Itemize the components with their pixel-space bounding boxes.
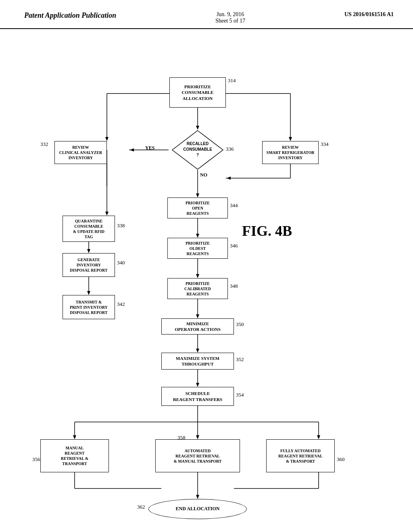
svg-marker-11 [227,177,231,180]
page-header: Patent Application Publication Jun. 9, 2… [0,0,413,29]
node-346: PRIORITIZE OLDEST REAGENTS [167,238,228,259]
svg-marker-17 [196,193,199,197]
svg-marker-29 [87,249,90,253]
ref-358: 358 [177,434,186,441]
ref-356: 356 [32,456,40,463]
svg-marker-5 [105,137,108,141]
svg-marker-21 [196,274,199,278]
header-center: Jun. 9, 2016 Sheet 5 of 17 [215,11,245,24]
svg-marker-25 [196,349,199,353]
ref-340: 340 [117,260,125,266]
svg-marker-1 [196,126,199,130]
svg-text:?: ? [196,153,199,157]
node-338: QUARANTINE CONSUMABLE & UPDATE RFID TAG [63,216,115,242]
ref-350: 350 [236,321,244,328]
ref-348: 348 [230,283,238,289]
yes-label: YES [145,145,154,151]
node-358: AUTOMATED REAGENT RETRIEVAL & MANUAL TRA… [155,439,240,472]
ref-332: 332 [40,141,48,148]
ref-360: 360 [337,456,345,463]
node-350: MINIMIZE OPERATOR ACTIONS [161,318,234,335]
svg-marker-37 [196,435,199,439]
node-334: REVIEW SMART REFRIGERATOR INVENTORY [262,141,319,164]
publication-title: Patent Application Publication [24,11,116,20]
svg-marker-15 [130,148,134,152]
node-342: TRANSMIT & PRINT INVENTORY DISPOSAL REPO… [63,295,115,319]
svg-marker-23 [196,314,199,318]
diagram-area: PRIORITIZE CONSUMABLE ALLOCATION 314 REV… [0,29,413,513]
ref-362: 362 [137,504,145,510]
svg-marker-39 [317,435,320,439]
patent-number: US 2016/0161516 A1 [344,11,394,18]
sheet-info: Sheet 5 of 17 [215,18,245,24]
svg-marker-27 [196,383,199,387]
svg-marker-46 [196,495,199,499]
node-354: SCHEDULE REAGENT TRANSFERS [161,387,234,406]
svg-marker-31 [87,291,90,295]
svg-marker-8 [289,137,292,141]
ref-346: 346 [230,243,238,249]
ref-314: 314 [228,77,236,84]
node-362: END ALLOCATION [148,499,247,519]
node-344: PRIORITIZE OPEN REAGENTS [167,197,228,218]
ref-336: 336 [226,146,234,152]
node-340: GENERATE INVENTORY DISPOSAL REPORT [63,253,115,277]
node-314: PRIORITIZE CONSUMABLE ALLOCATION [169,77,226,108]
no-label: NO [200,172,207,178]
ref-334: 334 [321,141,329,148]
svg-text:RECALLED: RECALLED [187,141,209,146]
ref-342: 342 [117,301,125,308]
node-348: PRIORITIZE CALIBRATED REAGENTS [167,278,228,299]
publication-date: Jun. 9, 2016 [215,11,245,18]
svg-marker-35 [73,435,76,439]
node-352: MAXIMIZE SYSTEM THROUGHPUT [161,353,234,370]
svg-text:CONSUMABLE: CONSUMABLE [183,147,212,152]
ref-354: 354 [236,392,244,398]
node-356: MANUAL REAGENT RETRIEVAL & TRANSPORT [40,439,109,472]
node-diamond-336: RECALLED CONSUMABLE ? [171,130,224,170]
ref-344: 344 [230,202,238,209]
ref-352: 352 [236,356,244,363]
node-360: FULLY AUTOMATED REAGENT RETRIEVAL & TRAN… [266,439,335,472]
figure-label: FIG. 4B [242,222,292,239]
svg-marker-19 [196,234,199,238]
node-332: REVIEW CLINICAL ANALYZER INVENTORY [54,141,107,164]
ref-338: 338 [117,222,125,229]
svg-marker-13 [105,212,108,216]
